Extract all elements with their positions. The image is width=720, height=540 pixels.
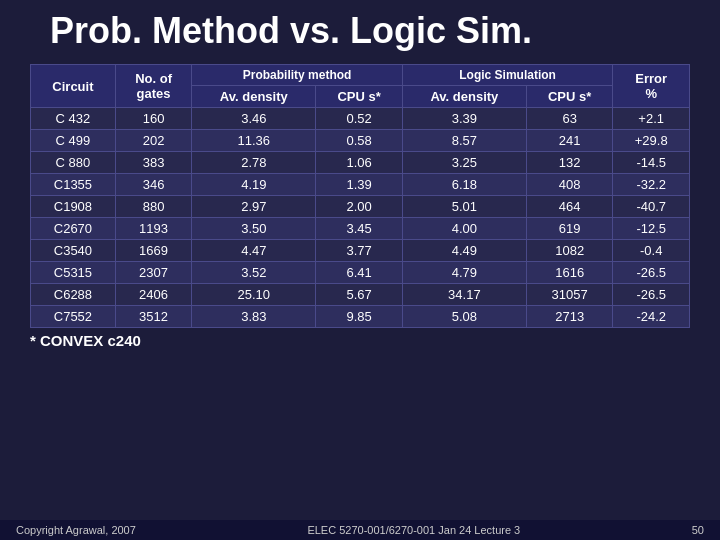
table-cell: 5.01 [402,196,526,218]
table-cell: 4.47 [192,240,316,262]
table-cell: 3.83 [192,306,316,328]
table-cell: 34.17 [402,284,526,306]
table-cell: 25.10 [192,284,316,306]
table-cell: +2.1 [613,108,690,130]
table-row: C267011933.503.454.00619-12.5 [31,218,690,240]
table-cell: 2307 [115,262,191,284]
header-circuit: Circuit [31,65,116,108]
table-cell: 1082 [526,240,612,262]
table-cell: C 499 [31,130,116,152]
table-cell: C3540 [31,240,116,262]
table-cell: -12.5 [613,218,690,240]
footer-page-number: 50 [692,524,704,536]
header-ls-av-density: Av. density [402,86,526,108]
table-cell: -14.5 [613,152,690,174]
table-cell: 619 [526,218,612,240]
table-cell: 31057 [526,284,612,306]
header-gates: No. ofgates [115,65,191,108]
table-cell: 2406 [115,284,191,306]
table-cell: 4.79 [402,262,526,284]
table-cell: 8.57 [402,130,526,152]
table-cell: 3.50 [192,218,316,240]
table-cell: 9.85 [316,306,402,328]
table-cell: 202 [115,130,191,152]
table-cell: -24.2 [613,306,690,328]
footer-lecture: ELEC 5270-001/6270-001 Jan 24 Lecture 3 [307,524,520,536]
header-error: Error% [613,65,690,108]
table-cell: -32.2 [613,174,690,196]
table-row: C531523073.526.414.791616-26.5 [31,262,690,284]
table-cell: 4.19 [192,174,316,196]
table-cell: 3.39 [402,108,526,130]
table-cell: 346 [115,174,191,196]
page-title: Prob. Method vs. Logic Sim. [20,10,700,52]
table-row: C354016694.473.774.491082-0.4 [31,240,690,262]
header-prob-method: Probability method [192,65,403,86]
table-row: C 49920211.360.588.57241+29.8 [31,130,690,152]
table-cell: 3.52 [192,262,316,284]
table-cell: -26.5 [613,262,690,284]
table-cell: 1.39 [316,174,402,196]
table-cell: 3.45 [316,218,402,240]
table-cell: 383 [115,152,191,174]
table-cell: 3.25 [402,152,526,174]
table-cell: 4.49 [402,240,526,262]
table-cell: C5315 [31,262,116,284]
table-cell: 5.08 [402,306,526,328]
table-cell: 63 [526,108,612,130]
table-row: C 4321603.460.523.3963+2.1 [31,108,690,130]
table-row: C13553464.191.396.18408-32.2 [31,174,690,196]
table-row: C19088802.972.005.01464-40.7 [31,196,690,218]
table-cell: 1669 [115,240,191,262]
table-cell: C 880 [31,152,116,174]
table-cell: 464 [526,196,612,218]
table-cell: 1193 [115,218,191,240]
table-cell: 2.78 [192,152,316,174]
table-cell: 11.36 [192,130,316,152]
table-cell: 241 [526,130,612,152]
table-cell: 1.06 [316,152,402,174]
footer-copyright: Copyright Agrawal, 2007 [16,524,136,536]
table-cell: 4.00 [402,218,526,240]
footer-bar: Copyright Agrawal, 2007 ELEC 5270-001/62… [0,520,720,540]
header-prob-cpu: CPU s* [316,86,402,108]
table-cell: C1908 [31,196,116,218]
footnote: * CONVEX c240 [20,332,700,349]
table-cell: 160 [115,108,191,130]
table-cell: C 432 [31,108,116,130]
table-cell: C7552 [31,306,116,328]
table-cell: -0.4 [613,240,690,262]
header-logic-sim: Logic Simulation [402,65,613,86]
table-cell: 132 [526,152,612,174]
table-cell: 3.77 [316,240,402,262]
table-container: Circuit No. ofgates Probability method L… [30,64,690,328]
table-cell: 6.41 [316,262,402,284]
table-cell: -26.5 [613,284,690,306]
main-page: Prob. Method vs. Logic Sim. Circuit No. … [0,0,720,540]
table-cell: +29.8 [613,130,690,152]
table-cell: 2713 [526,306,612,328]
table-row: C 8803832.781.063.25132-14.5 [31,152,690,174]
table-cell: 408 [526,174,612,196]
table-cell: 3512 [115,306,191,328]
table-cell: 880 [115,196,191,218]
table-cell: -40.7 [613,196,690,218]
table-cell: 5.67 [316,284,402,306]
table-cell: 0.52 [316,108,402,130]
table-cell: 1616 [526,262,612,284]
header-prob-av-density: Av. density [192,86,316,108]
table-cell: C6288 [31,284,116,306]
comparison-table: Circuit No. ofgates Probability method L… [30,64,690,328]
table-cell: 2.97 [192,196,316,218]
table-cell: 6.18 [402,174,526,196]
table-cell: C2670 [31,218,116,240]
table-row: C755235123.839.855.082713-24.2 [31,306,690,328]
table-cell: C1355 [31,174,116,196]
table-cell: 3.46 [192,108,316,130]
header-ls-cpu: CPU s* [526,86,612,108]
table-cell: 2.00 [316,196,402,218]
table-cell: 0.58 [316,130,402,152]
table-row: C6288240625.105.6734.1731057-26.5 [31,284,690,306]
